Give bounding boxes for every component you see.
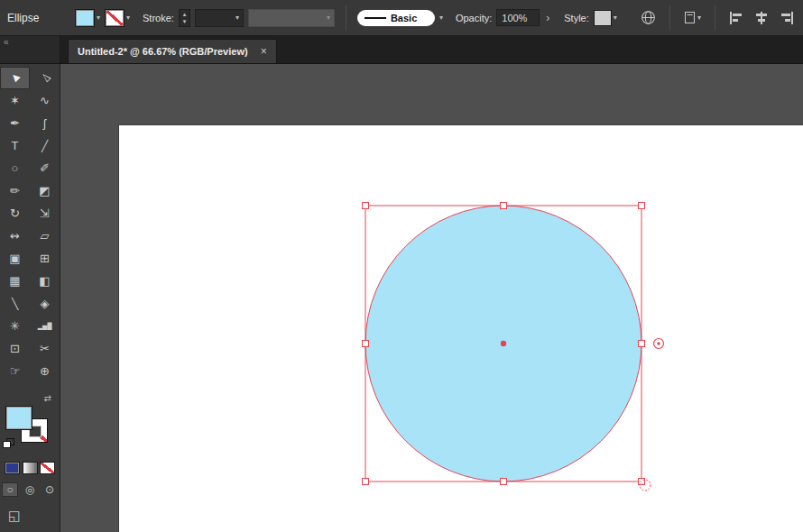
- stepper-up-icon[interactable]: ▴: [183, 11, 187, 18]
- scale-tool[interactable]: ⇲: [30, 202, 60, 225]
- color-type-buttons: [0, 462, 60, 474]
- align-buttons: [729, 12, 796, 24]
- selection-handle[interactable]: [363, 479, 369, 485]
- type-tool[interactable]: T: [0, 134, 30, 157]
- document-tab[interactable]: Untitled-2* @ 66.67% (RGB/Preview) ×: [68, 39, 277, 63]
- drawing-mode-buttons: ○ ◎ ⊙: [0, 482, 60, 497]
- direct-selection-tool[interactable]: ▻: [30, 67, 60, 89]
- draw-inside-icon[interactable]: ⊙: [42, 482, 58, 497]
- chevron-down-icon[interactable]: ▾: [235, 14, 239, 22]
- selection-handle[interactable]: [501, 479, 507, 485]
- chevron-down-icon[interactable]: ▾: [126, 14, 130, 22]
- opacity-input[interactable]: [496, 9, 540, 26]
- selection-handle[interactable]: [363, 341, 369, 347]
- selection-handle[interactable]: [363, 203, 369, 209]
- symbol-sprayer-tool[interactable]: ✳: [0, 315, 30, 337]
- collapse-panel-icon[interactable]: «: [4, 37, 9, 47]
- fill-indicator[interactable]: [5, 406, 32, 430]
- chevron-right-icon[interactable]: ›: [546, 12, 549, 24]
- zoom-tool[interactable]: ⊕: [30, 360, 60, 382]
- free-transform-tool[interactable]: ▱: [30, 225, 60, 247]
- brush-name-label: Basic: [391, 13, 417, 23]
- eraser-tool[interactable]: ◩: [30, 179, 60, 202]
- selection-handle[interactable]: [639, 203, 645, 209]
- none-button[interactable]: [40, 462, 55, 474]
- eyedropper-tool[interactable]: ╲: [0, 292, 30, 315]
- globe-icon[interactable]: [641, 10, 656, 25]
- fill-stroke-indicator: ⇄: [0, 395, 60, 456]
- screen-mode-icon[interactable]: ◱: [8, 508, 21, 523]
- brush-definition-dropdown[interactable]: Basic: [357, 10, 435, 26]
- default-fill-stroke-icon[interactable]: [3, 438, 14, 448]
- width-tool[interactable]: ↭: [0, 225, 30, 247]
- perspective-grid-tool[interactable]: ⊞: [30, 247, 60, 270]
- main-area: ►▻✶∿✒ʃT╱○✐✏◩↻⇲↭▱▣⊞▦◧╲◈✳▂▅█⊡✂☞⊕ ⇄ ○ ◎ ⊙ ◱: [0, 64, 803, 532]
- style-label[interactable]: Style:: [564, 13, 589, 23]
- selection-handle[interactable]: [501, 203, 507, 209]
- opacity-label[interactable]: Opacity:: [456, 13, 492, 23]
- active-tool-label: Ellipse: [7, 12, 70, 24]
- divider: [715, 5, 715, 31]
- document-options-dropdown[interactable]: ▾: [684, 11, 701, 24]
- draw-behind-icon[interactable]: ◎: [22, 482, 38, 497]
- rotate-tool[interactable]: ↻: [0, 202, 30, 225]
- blend-tool-icon: ◈: [41, 298, 50, 309]
- hand-tool-icon: ☞: [10, 365, 21, 377]
- control-bar: Ellipse ▾ ▾ Stroke: ▴ ▾ ▾ ▾ Basic ▾ Opac…: [0, 0, 803, 36]
- stroke-color-control[interactable]: ▾: [105, 9, 130, 27]
- fill-color-swatch[interactable]: [75, 9, 95, 27]
- stroke-weight-dropdown[interactable]: ▾: [195, 9, 244, 27]
- swap-fill-stroke-icon[interactable]: ⇄: [44, 393, 51, 403]
- gradient-button[interactable]: [23, 462, 38, 474]
- fill-color-control[interactable]: ▾: [75, 9, 100, 27]
- paintbrush-tool[interactable]: ✐: [30, 157, 60, 179]
- pen-tool[interactable]: ✒: [0, 112, 30, 134]
- magic-wand-tool[interactable]: ✶: [0, 89, 30, 112]
- tab-strip: « Untitled-2* @ 66.67% (RGB/Preview) ×: [0, 36, 803, 64]
- tab-close-icon[interactable]: ×: [261, 45, 267, 58]
- align-center-icon[interactable]: [754, 12, 769, 24]
- hand-tool[interactable]: ☞: [0, 360, 30, 382]
- style-swatch[interactable]: [594, 10, 612, 26]
- pencil-tool[interactable]: ✏: [0, 179, 30, 202]
- transform-widget-icon[interactable]: [657, 342, 660, 344]
- chevron-down-icon[interactable]: ▾: [97, 14, 100, 22]
- style-dropdown[interactable]: ▾: [594, 10, 617, 26]
- canvas[interactable]: [60, 64, 803, 532]
- width-profile-dropdown: ▾: [248, 9, 335, 27]
- chevron-down-icon[interactable]: ▾: [697, 14, 701, 22]
- slice-tool-icon: ✂: [40, 343, 50, 354]
- lasso-tool[interactable]: ∿: [30, 89, 60, 112]
- document-icon: [684, 11, 696, 24]
- line-segment-tool[interactable]: ╱: [30, 134, 60, 157]
- line-segment-tool-icon: ╱: [42, 141, 48, 151]
- mesh-tool[interactable]: ▦: [0, 270, 30, 292]
- paintbrush-tool-icon: ✐: [40, 162, 50, 174]
- selection-center-point[interactable]: [501, 341, 506, 346]
- shape-builder-tool[interactable]: ▣: [0, 247, 30, 270]
- stroke-label[interactable]: Stroke:: [143, 13, 174, 23]
- color-button[interactable]: [5, 462, 20, 474]
- chevron-down-icon[interactable]: ▾: [614, 14, 617, 22]
- artboard-tool[interactable]: ⊡: [0, 337, 30, 360]
- stroke-none-swatch[interactable]: [105, 9, 125, 27]
- slice-tool[interactable]: ✂: [30, 337, 60, 360]
- gradient-tool[interactable]: ◧: [30, 270, 60, 292]
- column-graph-tool-icon: ▂▅█: [38, 323, 52, 329]
- stepper-down-icon[interactable]: ▾: [183, 18, 187, 25]
- align-right-icon[interactable]: [780, 12, 794, 24]
- chevron-down-icon[interactable]: ▾: [439, 14, 443, 22]
- selection-handle[interactable]: [639, 341, 645, 347]
- selection-tool[interactable]: ►: [0, 67, 30, 89]
- curvature-tool-icon: ʃ: [43, 117, 46, 129]
- width-tool-icon: ↭: [10, 230, 20, 242]
- draw-normal-icon[interactable]: ○: [2, 482, 18, 497]
- stroke-weight-stepper[interactable]: ▴ ▾: [179, 9, 190, 27]
- zoom-tool-icon: ⊕: [40, 365, 50, 377]
- curvature-tool[interactable]: ʃ: [30, 112, 60, 134]
- tools-grid: ►▻✶∿✒ʃT╱○✐✏◩↻⇲↭▱▣⊞▦◧╲◈✳▂▅█⊡✂☞⊕: [0, 64, 60, 382]
- blend-tool[interactable]: ◈: [30, 292, 60, 315]
- column-graph-tool[interactable]: ▂▅█: [30, 315, 60, 337]
- ellipse-tool[interactable]: ○: [0, 157, 30, 179]
- align-left-icon[interactable]: [729, 12, 743, 24]
